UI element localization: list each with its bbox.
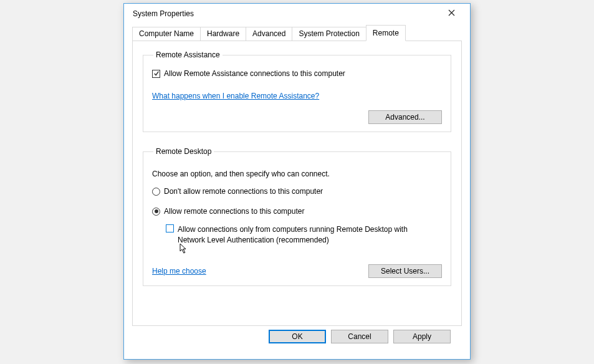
radio-allow[interactable] <box>152 208 160 216</box>
close-button[interactable] <box>439 4 464 21</box>
remote-desktop-group: Remote Desktop Choose an option, and the… <box>143 147 451 286</box>
tab-remote[interactable]: Remote <box>366 25 406 41</box>
cancel-button[interactable]: Cancel <box>331 330 388 343</box>
allow-remote-assistance-label: Allow Remote Assistance connections to t… <box>164 69 345 78</box>
titlebar: System Properties <box>124 4 470 24</box>
help-me-choose-link[interactable]: Help me choose <box>152 267 206 275</box>
tabs: Computer Name Hardware Advanced System P… <box>132 24 462 41</box>
close-icon <box>448 9 455 16</box>
allow-remote-assistance-checkbox[interactable] <box>152 70 160 78</box>
remote-desktop-legend: Remote Desktop <box>153 147 214 156</box>
remote-assistance-help-link[interactable]: What happens when I enable Remote Assist… <box>152 92 319 100</box>
tab-hardware[interactable]: Hardware <box>200 27 246 41</box>
window-title: System Properties <box>133 9 439 18</box>
tab-advanced[interactable]: Advanced <box>246 27 292 41</box>
ok-button[interactable]: OK <box>269 330 326 343</box>
radio-allow-label: Allow remote connections to this compute… <box>164 207 304 216</box>
radio-dont-allow-label: Don't allow remote connections to this c… <box>164 187 323 196</box>
nla-checkbox-label: Allow connections only from computers ru… <box>178 224 421 246</box>
radio-dont-allow[interactable] <box>152 188 160 196</box>
apply-button[interactable]: Apply <box>393 330 451 343</box>
tab-system-protection[interactable]: System Protection <box>292 27 366 41</box>
system-properties-dialog: System Properties Computer Name Hardware… <box>123 3 471 360</box>
dialog-buttons: OK Cancel Apply <box>132 330 462 343</box>
remote-assistance-legend: Remote Assistance <box>153 50 223 59</box>
tab-panel-remote: Remote Assistance Allow Remote Assistanc… <box>132 41 462 326</box>
tab-computer-name[interactable]: Computer Name <box>132 27 201 41</box>
dialog-content: Computer Name Hardware Advanced System P… <box>124 24 470 351</box>
remote-desktop-instruction: Choose an option, and then specify who c… <box>152 170 442 178</box>
remote-assistance-group: Remote Assistance Allow Remote Assistanc… <box>143 50 451 132</box>
nla-checkbox[interactable] <box>166 224 174 232</box>
select-users-button[interactable]: Select Users... <box>368 264 442 278</box>
advanced-button[interactable]: Advanced... <box>368 110 442 124</box>
checkmark-icon <box>153 70 160 77</box>
